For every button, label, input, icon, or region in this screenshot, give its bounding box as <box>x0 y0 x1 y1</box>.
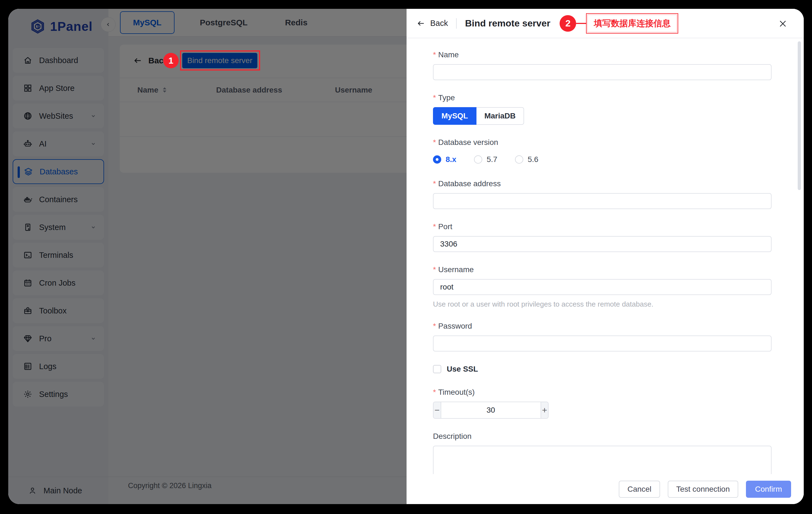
drawer-footer: Cancel Test connection Confirm <box>407 474 804 504</box>
radio-icon <box>474 155 482 164</box>
description-label: Description <box>433 432 471 441</box>
version-option-8x[interactable]: 8.x <box>433 155 456 164</box>
port-input[interactable] <box>433 236 772 252</box>
use-ssl-label: Use SSL <box>447 365 478 374</box>
annotation-note: 填写数据库连接信息 <box>586 13 678 34</box>
drawer-header: Back Bind remote server 2 填写数据库连接信息 <box>407 9 804 38</box>
required-asterisk: * <box>433 50 436 59</box>
required-asterisk: * <box>433 222 436 231</box>
password-label: Password <box>438 322 472 330</box>
annotation-step-1: 1 <box>163 53 179 68</box>
name-input[interactable] <box>433 64 772 80</box>
port-label: Port <box>438 222 452 231</box>
annotation-highlight-rect <box>180 50 260 71</box>
database-address-input[interactable] <box>433 193 772 209</box>
password-input[interactable] <box>433 335 772 351</box>
username-input[interactable] <box>433 279 772 295</box>
required-asterisk: * <box>433 179 436 188</box>
description-textarea[interactable] <box>433 446 772 474</box>
back-arrow-icon[interactable] <box>416 19 425 28</box>
stepper-minus-button[interactable]: − <box>434 402 441 418</box>
type-option-mariadb[interactable]: MariaDB <box>476 107 524 125</box>
annotation-connector <box>576 23 586 24</box>
annotation-step-2: 2 <box>559 15 576 32</box>
bind-remote-server-drawer: Back Bind remote server 2 填写数据库连接信息 * Na… <box>407 9 804 504</box>
required-asterisk: * <box>433 138 436 147</box>
screenshot-frame: 1Panel Dashboard App Stor <box>0 0 812 514</box>
use-ssl-checkbox[interactable] <box>433 365 441 373</box>
confirm-button[interactable]: Confirm <box>746 481 791 498</box>
required-asterisk: * <box>433 388 436 397</box>
database-version-label: Database version <box>438 138 498 147</box>
required-asterisk: * <box>433 265 436 274</box>
app-window: 1Panel Dashboard App Stor <box>8 9 804 504</box>
drawer-mask[interactable] <box>8 9 407 504</box>
drawer-form: * Name * Type MySQL MariaDB * Database v… <box>407 39 804 474</box>
timeout-label: Timeout(s) <box>438 388 475 397</box>
close-icon[interactable] <box>777 18 788 29</box>
test-connection-button[interactable]: Test connection <box>668 481 738 498</box>
required-asterisk: * <box>433 322 436 330</box>
radio-icon <box>515 155 523 164</box>
name-label: Name <box>438 50 459 59</box>
database-address-label: Database address <box>438 179 501 188</box>
timeout-stepper: − + <box>433 402 549 419</box>
drawer-back-button[interactable]: Back <box>430 19 448 28</box>
required-asterisk: * <box>433 93 436 102</box>
username-label: Username <box>438 265 474 274</box>
version-radio-group: 8.x 5.7 5.6 <box>433 155 772 164</box>
timeout-input[interactable] <box>441 402 541 418</box>
username-hint: Use root or a user with root privileges … <box>433 300 772 308</box>
cancel-button[interactable]: Cancel <box>619 481 660 498</box>
drawer-title: Bind remote server <box>465 18 550 29</box>
type-segmented-control: MySQL MariaDB <box>433 107 772 125</box>
radio-selected-icon <box>433 155 441 164</box>
version-option-57[interactable]: 5.7 <box>474 155 497 164</box>
version-option-56[interactable]: 5.6 <box>515 155 539 164</box>
drawer-scrollbar-thumb[interactable] <box>798 41 801 190</box>
type-option-mysql[interactable]: MySQL <box>433 107 476 125</box>
header-divider <box>456 18 457 29</box>
stepper-plus-button[interactable]: + <box>541 402 548 418</box>
type-label: Type <box>438 93 455 102</box>
